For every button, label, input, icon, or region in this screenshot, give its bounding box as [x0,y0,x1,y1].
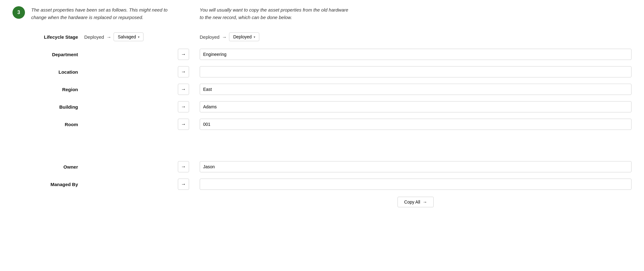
right-section: → → → → → [178,31,632,207]
building-input[interactable] [200,101,632,112]
copy-location-button[interactable]: → [178,66,189,77]
room-input[interactable] [200,119,632,130]
copy-room-button[interactable]: → [178,119,189,130]
location-input[interactable] [200,66,632,77]
copy-building-button[interactable]: → [178,101,189,112]
left-lifecycle-chevron: ▾ [138,35,139,39]
step-indicator: 3 [12,6,25,19]
department-label: Department [52,52,78,57]
copy-all-button[interactable]: Copy All → [398,197,433,207]
left-lifecycle-dropdown[interactable]: Salvaged ▾ [114,32,143,41]
building-label: Building [59,104,78,110]
left-lifecycle-from: Deployed [84,34,104,40]
left-values-column: Deployed → Salvaged ▾ [84,31,178,195]
copy-owner-button[interactable]: → [178,161,189,172]
managed-by-label: Managed By [51,182,78,187]
right-lifecycle-arrow-text: → [222,34,227,40]
copy-all-label: Copy All [404,200,420,204]
copy-department-button[interactable]: → [178,49,189,60]
department-input[interactable] [200,49,632,60]
arrows-column: → → → → → [178,31,200,207]
copy-all-arrow: → [423,200,427,204]
managed-by-input[interactable] [200,179,632,190]
owner-input[interactable] [200,161,632,172]
location-label: Location [59,69,78,75]
copy-managed-by-button[interactable]: → [178,179,189,190]
right-lifecycle-chevron: ▾ [254,35,255,39]
right-lifecycle-from: Deployed [200,34,219,40]
inputs-column: Deployed → Deployed ▾ [200,31,632,207]
description-right: You will usually want to copy the asset … [200,6,349,21]
left-lifecycle-arrow-text: → [106,34,111,40]
labels-column: Lifecycle Stage Department Location Regi… [12,31,84,195]
region-input[interactable] [200,84,632,95]
lifecycle-stage-label: Lifecycle Stage [44,34,78,40]
owner-label: Owner [63,164,78,170]
description-left: The asset properties have been set as fo… [31,6,181,21]
region-label: Region [62,87,78,92]
room-label: Room [65,122,78,127]
right-lifecycle-dropdown[interactable]: Deployed ▾ [229,32,259,41]
copy-region-button[interactable]: → [178,84,189,95]
